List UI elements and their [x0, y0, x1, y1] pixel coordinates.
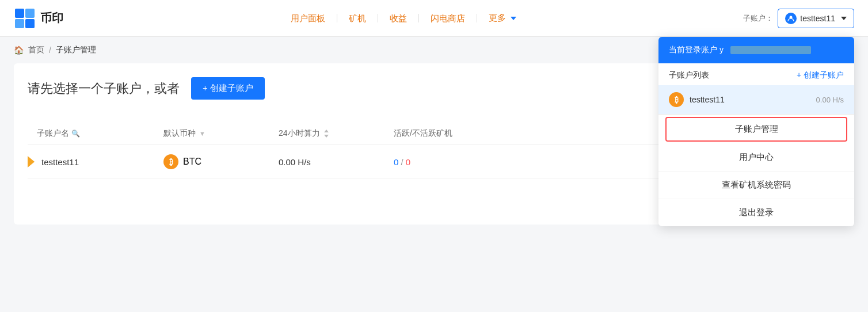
nav-shop[interactable]: 闪电商店: [419, 14, 477, 22]
dropdown-header-label: 当前登录账户 y: [669, 45, 724, 55]
logo[interactable]: 币印: [14, 7, 63, 29]
filter-icon[interactable]: ▼: [199, 130, 205, 137]
inactive-count: 0: [406, 157, 410, 167]
user-avatar-icon: [785, 13, 797, 24]
dropdown-section-header: 子账户列表 + 创建子账户: [658, 63, 854, 85]
col-coin: 默认币种 ▼: [163, 128, 279, 139]
dropdown-menu-item-logout[interactable]: 退出登录: [658, 199, 854, 226]
svg-rect-1: [25, 9, 35, 18]
home-icon: 🏠: [14, 45, 24, 55]
hashrate-cell: 0.00 H/s: [279, 157, 394, 167]
logo-text: 币印: [40, 10, 63, 26]
nav-more[interactable]: 更多: [477, 13, 528, 24]
user-name: testtest11: [800, 14, 835, 23]
dropdown-user-hashrate: 0.00 H/s: [816, 96, 844, 104]
user-chevron-icon: [841, 17, 847, 20]
create-subaccount-button[interactable]: + 创建子账户: [191, 77, 265, 100]
active-count: 0: [394, 157, 398, 167]
user-button[interactable]: testtest11: [778, 9, 854, 28]
create-sub-link[interactable]: + 创建子账户: [797, 70, 844, 81]
dropdown-menu-item-subaccount-mgmt[interactable]: 子账户管理: [665, 117, 847, 142]
breadcrumb-separator: /: [49, 45, 51, 55]
dropdown-user-item[interactable]: ₿ testtest11 0.00 H/s: [658, 85, 854, 115]
sort-icon[interactable]: [324, 130, 329, 138]
row-indicator: [28, 156, 35, 168]
dropdown-btc-icon: ₿: [669, 92, 684, 107]
coin-cell: ₿ BTC: [163, 154, 279, 169]
col-hashrate: 24小时算力: [279, 128, 394, 139]
sub-account-list-label: 子账户列表: [669, 70, 709, 81]
dropdown-menu-item-system-password[interactable]: 查看矿机系统密码: [658, 172, 854, 199]
user-area: 子账户： testtest11: [743, 9, 854, 28]
svg-rect-3: [25, 19, 35, 28]
col-account-name: 子账户名 🔍: [37, 128, 163, 139]
logo-icon: [14, 7, 36, 29]
breadcrumb-home[interactable]: 首页: [28, 45, 44, 55]
svg-rect-2: [15, 19, 24, 28]
account-name-cell: testtest11: [37, 157, 163, 167]
nav-earnings[interactable]: 收益: [378, 14, 419, 22]
breadcrumb-current: 子账户管理: [56, 45, 96, 55]
dropdown-header-email: [730, 46, 811, 54]
chevron-down-icon: [511, 17, 516, 20]
nav-miners[interactable]: 矿机: [337, 14, 378, 22]
svg-rect-0: [15, 9, 24, 18]
btc-icon: ₿: [163, 154, 178, 169]
sub-account-label: 子账户：: [743, 13, 773, 24]
card-title: 请先选择一个子账户，或者: [28, 80, 180, 97]
coin-name: BTC: [183, 157, 201, 167]
user-dropdown: 当前登录账户 y 子账户列表 + 创建子账户 ₿ testtest11 0.00…: [658, 37, 854, 226]
main-nav: 用户面板 矿机 收益 闪电商店 更多: [63, 13, 743, 24]
slash-separator: /: [401, 157, 406, 167]
search-icon[interactable]: 🔍: [71, 130, 80, 138]
nav-dashboard[interactable]: 用户面板: [279, 14, 337, 22]
dropdown-user-name: testtest11: [690, 95, 810, 104]
dropdown-menu-item-user-center[interactable]: 用户中心: [658, 144, 854, 172]
dropdown-header: 当前登录账户 y: [658, 37, 854, 63]
header: 币印 用户面板 矿机 收益 闪电商店 更多 子账户： testtest11: [0, 0, 868, 37]
